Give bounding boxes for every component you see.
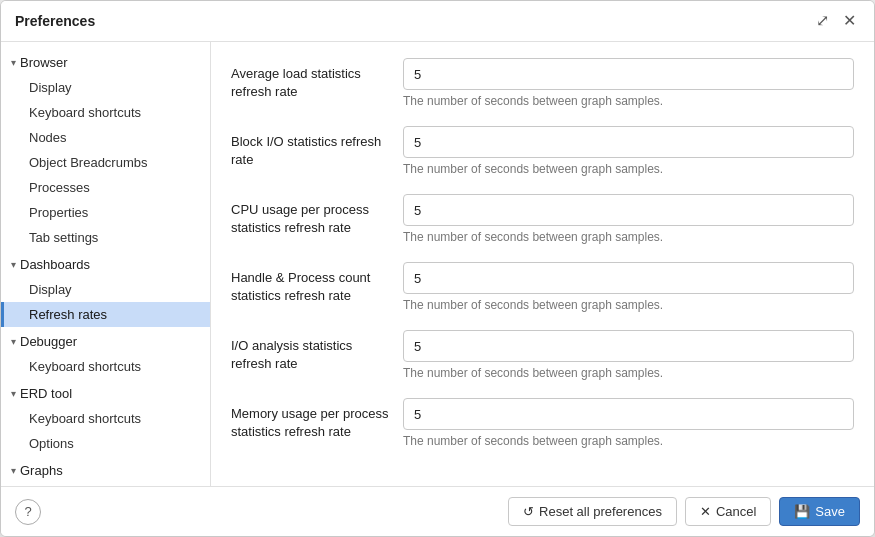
save-label: Save	[815, 504, 845, 519]
pref-hint-io-analysis: The number of seconds between graph samp…	[403, 366, 854, 380]
save-icon: 💾	[794, 504, 810, 519]
sidebar-section-erd-tool: ▾ ERD tool Keyboard shortcuts Options	[1, 381, 210, 456]
cancel-icon: ✕	[700, 504, 711, 519]
pref-input-memory-usage[interactable]	[403, 398, 854, 430]
pref-label-io-analysis: I/O analysis statistics refresh rate	[231, 330, 391, 373]
sidebar: ▾ Browser Display Keyboard shortcuts Nod…	[1, 42, 211, 486]
sidebar-group-erd-tool[interactable]: ▾ ERD tool	[1, 381, 210, 406]
chevron-down-icon: ▾	[11, 465, 16, 476]
sidebar-item-nodes[interactable]: Nodes	[1, 125, 210, 150]
help-button[interactable]: ?	[15, 499, 41, 525]
sidebar-item-keyboard-shortcuts-debugger[interactable]: Keyboard shortcuts	[1, 354, 210, 379]
sidebar-section-graphs: ▾ Graphs Display	[1, 458, 210, 486]
dialog-header: Preferences ⤢ ✕	[1, 1, 874, 42]
pref-hint-memory-usage: The number of seconds between graph samp…	[403, 434, 854, 448]
pref-row-avg-load: Average load statistics refresh rate The…	[231, 58, 854, 108]
chevron-down-icon: ▾	[11, 388, 16, 399]
chevron-down-icon: ▾	[11, 336, 16, 347]
pref-hint-cpu-usage: The number of seconds between graph samp…	[403, 230, 854, 244]
pref-row-memory-usage: Memory usage per process statistics refr…	[231, 398, 854, 448]
sidebar-group-debugger-label: Debugger	[20, 334, 77, 349]
pref-input-io-analysis[interactable]	[403, 330, 854, 362]
pref-input-group-handle-process: The number of seconds between graph samp…	[403, 262, 854, 312]
pref-label-cpu-usage: CPU usage per process statistics refresh…	[231, 194, 391, 237]
sidebar-group-browser-label: Browser	[20, 55, 68, 70]
sidebar-item-options-erd[interactable]: Options	[1, 431, 210, 456]
help-icon: ?	[24, 504, 31, 519]
reset-button[interactable]: ↺ Reset all preferences	[508, 497, 677, 526]
sidebar-item-keyboard-shortcuts-browser[interactable]: Keyboard shortcuts	[1, 100, 210, 125]
sidebar-item-processes[interactable]: Processes	[1, 175, 210, 200]
sidebar-group-dashboards-label: Dashboards	[20, 257, 90, 272]
expand-button[interactable]: ⤢	[812, 11, 833, 31]
sidebar-item-display-dashboards[interactable]: Display	[1, 277, 210, 302]
footer-left: ?	[15, 499, 41, 525]
sidebar-item-refresh-rates[interactable]: Refresh rates	[1, 302, 210, 327]
pref-input-block-io[interactable]	[403, 126, 854, 158]
sidebar-group-browser[interactable]: ▾ Browser	[1, 50, 210, 75]
sidebar-item-tab-settings[interactable]: Tab settings	[1, 225, 210, 250]
sidebar-group-dashboards[interactable]: ▾ Dashboards	[1, 252, 210, 277]
footer-right: ↺ Reset all preferences ✕ Cancel 💾 Save	[508, 497, 860, 526]
preferences-dialog: Preferences ⤢ ✕ ▾ Browser Display Keyboa…	[0, 0, 875, 537]
pref-input-group-avg-load: The number of seconds between graph samp…	[403, 58, 854, 108]
pref-input-cpu-usage[interactable]	[403, 194, 854, 226]
sidebar-group-graphs-label: Graphs	[20, 463, 63, 478]
main-content: Average load statistics refresh rate The…	[211, 42, 874, 486]
pref-hint-block-io: The number of seconds between graph samp…	[403, 162, 854, 176]
sidebar-group-erd-tool-label: ERD tool	[20, 386, 72, 401]
sidebar-group-graphs[interactable]: ▾ Graphs	[1, 458, 210, 483]
pref-input-handle-process[interactable]	[403, 262, 854, 294]
dialog-body: ▾ Browser Display Keyboard shortcuts Nod…	[1, 42, 874, 486]
pref-label-avg-load: Average load statistics refresh rate	[231, 58, 391, 101]
pref-label-memory-usage: Memory usage per process statistics refr…	[231, 398, 391, 441]
pref-hint-avg-load: The number of seconds between graph samp…	[403, 94, 854, 108]
sidebar-section-debugger: ▾ Debugger Keyboard shortcuts	[1, 329, 210, 379]
pref-row-block-io: Block I/O statistics refresh rate The nu…	[231, 126, 854, 176]
header-actions: ⤢ ✕	[812, 11, 860, 31]
sidebar-section-dashboards: ▾ Dashboards Display Refresh rates	[1, 252, 210, 327]
pref-label-handle-process: Handle & Process count statistics refres…	[231, 262, 391, 305]
close-button[interactable]: ✕	[839, 11, 860, 31]
sidebar-group-debugger[interactable]: ▾ Debugger	[1, 329, 210, 354]
pref-row-handle-process: Handle & Process count statistics refres…	[231, 262, 854, 312]
pref-row-io-analysis: I/O analysis statistics refresh rate The…	[231, 330, 854, 380]
dialog-footer: ? ↺ Reset all preferences ✕ Cancel 💾 Sav…	[1, 486, 874, 536]
pref-input-avg-load[interactable]	[403, 58, 854, 90]
cancel-button[interactable]: ✕ Cancel	[685, 497, 771, 526]
reset-label: Reset all preferences	[539, 504, 662, 519]
pref-input-group-memory-usage: The number of seconds between graph samp…	[403, 398, 854, 448]
sidebar-section-browser: ▾ Browser Display Keyboard shortcuts Nod…	[1, 50, 210, 250]
expand-icon: ⤢	[816, 12, 829, 29]
pref-row-cpu-usage: CPU usage per process statistics refresh…	[231, 194, 854, 244]
chevron-down-icon: ▾	[11, 57, 16, 68]
cancel-label: Cancel	[716, 504, 756, 519]
pref-label-block-io: Block I/O statistics refresh rate	[231, 126, 391, 169]
pref-input-group-block-io: The number of seconds between graph samp…	[403, 126, 854, 176]
save-button[interactable]: 💾 Save	[779, 497, 860, 526]
pref-input-group-io-analysis: The number of seconds between graph samp…	[403, 330, 854, 380]
sidebar-item-object-breadcrumbs[interactable]: Object Breadcrumbs	[1, 150, 210, 175]
reset-icon: ↺	[523, 504, 534, 519]
pref-input-group-cpu-usage: The number of seconds between graph samp…	[403, 194, 854, 244]
pref-hint-handle-process: The number of seconds between graph samp…	[403, 298, 854, 312]
close-icon: ✕	[843, 12, 856, 29]
sidebar-item-display-browser[interactable]: Display	[1, 75, 210, 100]
sidebar-item-keyboard-shortcuts-erd[interactable]: Keyboard shortcuts	[1, 406, 210, 431]
dialog-title: Preferences	[15, 13, 95, 29]
sidebar-item-properties[interactable]: Properties	[1, 200, 210, 225]
chevron-down-icon: ▾	[11, 259, 16, 270]
